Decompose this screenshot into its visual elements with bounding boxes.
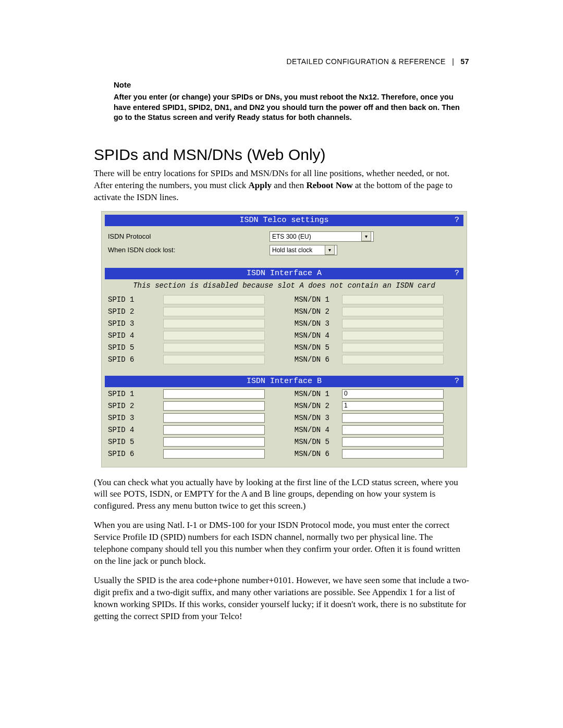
msn-dn-label: MSN/DN 1 [277, 295, 329, 304]
msn-dn-label: MSN/DN 2 [277, 307, 329, 316]
spid-input[interactable] [163, 449, 265, 459]
msn-dn-input[interactable]: 1 [342, 401, 444, 411]
clock-lost-select[interactable]: Hold last clock ▾ [270, 245, 337, 255]
telco-bar-title: ISDN Telco settings [239, 216, 328, 225]
msn-dn-input [342, 307, 444, 316]
msn-dn-input [342, 295, 444, 304]
msn-dn-input [342, 343, 444, 352]
section-heading: SPIDs and MSN/DNs (Web Only) [94, 146, 469, 164]
spid-label: SPID 1 [108, 390, 151, 398]
spid-input [163, 295, 265, 304]
spid-label: SPID 6 [108, 355, 151, 364]
spid-label: SPID 2 [108, 307, 151, 316]
spid-label: SPID 5 [108, 343, 151, 352]
spid-label: SPID 3 [108, 319, 151, 328]
isdn-protocol-value: ETS 300 (EU) [272, 232, 311, 241]
chevron-down-icon: ▾ [325, 245, 335, 255]
msn-dn-input [342, 319, 444, 328]
telco-settings-bar: ISDN Telco settings ? [105, 215, 463, 226]
msn-dn-label: MSN/DN 3 [277, 319, 329, 328]
chevron-down-icon: ▾ [361, 231, 371, 241]
note-block: Note After you enter (or change) your SP… [94, 80, 469, 123]
msn-dn-label: MSN/DN 4 [277, 426, 329, 434]
interface-a-bar: ISDN Interface A ? [105, 268, 463, 279]
spid-input[interactable] [163, 413, 265, 423]
spid-input [163, 307, 265, 316]
lcd-check-paragraph: (You can check what you actually have by… [94, 477, 469, 513]
msn-dn-input [342, 355, 444, 364]
msn-dn-input[interactable] [342, 425, 444, 435]
spid-label: SPID 2 [108, 402, 151, 410]
interface-b-grid: SPID 1MSN/DN 10SPID 2MSN/DN 21SPID 3MSN/… [102, 387, 467, 467]
note-body: After you enter (or change) your SPIDs o… [114, 92, 469, 123]
help-icon[interactable]: ? [455, 268, 459, 279]
running-header: DETAILED CONFIGURATION & REFERENCE | 57 [94, 57, 469, 66]
page-number: 57 [461, 57, 469, 66]
msn-dn-input[interactable] [342, 413, 444, 423]
msn-dn-input [342, 331, 444, 340]
msn-dn-label: MSN/DN 1 [277, 390, 329, 398]
msn-dn-input[interactable]: 0 [342, 389, 444, 399]
isdn-settings-panel: ISDN Telco settings ? ISDN Protocol ETS … [101, 211, 467, 467]
spid-input[interactable] [163, 437, 265, 447]
spid-label: SPID 4 [108, 426, 151, 434]
ifa-bar-title: ISDN Interface A [247, 269, 322, 278]
intro-apply: Apply [248, 180, 271, 190]
msn-dn-label: MSN/DN 5 [277, 438, 329, 446]
spid-label: SPID 5 [108, 438, 151, 446]
msn-dn-label: MSN/DN 6 [277, 355, 329, 364]
spid-label: SPID 4 [108, 331, 151, 340]
msn-dn-label: MSN/DN 2 [277, 402, 329, 410]
header-sep: | [452, 57, 454, 66]
spid-label: SPID 1 [108, 295, 151, 304]
header-title: DETAILED CONFIGURATION & REFERENCE [286, 57, 445, 66]
note-label: Note [114, 80, 469, 89]
msn-dn-label: MSN/DN 4 [277, 331, 329, 340]
ifa-disabled-message: This section is disabled because slot A … [102, 279, 467, 293]
spid-input [163, 343, 265, 352]
intro-reboot: Reboot Now [306, 180, 352, 190]
spid-input [163, 331, 265, 340]
isdn-protocol-label: ISDN Protocol [108, 232, 270, 240]
help-icon[interactable]: ? [455, 376, 459, 387]
interface-b-bar: ISDN Interface B ? [105, 376, 463, 387]
intro-paragraph: There will be entry locations for SPIDs … [94, 168, 469, 204]
spid-input[interactable] [163, 401, 265, 411]
spid-input [163, 319, 265, 328]
msn-dn-label: MSN/DN 6 [277, 450, 329, 458]
msn-dn-label: MSN/DN 3 [277, 414, 329, 422]
isdn-protocol-select[interactable]: ETS 300 (EU) ▾ [270, 231, 374, 242]
ifb-bar-title: ISDN Interface B [247, 377, 322, 386]
clock-lost-label: When ISDN clock lost: [108, 246, 270, 254]
help-icon[interactable]: ? [455, 215, 459, 226]
spid-label: SPID 3 [108, 414, 151, 422]
interface-a-grid: SPID 1MSN/DN 1SPID 2MSN/DN 2SPID 3MSN/DN… [102, 293, 467, 373]
spid-label: SPID 6 [108, 450, 151, 458]
spid-input [163, 355, 265, 364]
msn-dn-input[interactable] [342, 437, 444, 447]
spid-paragraph-1: When you are using Natl. I-1 or DMS-100 … [94, 520, 469, 567]
spid-input[interactable] [163, 425, 265, 435]
clock-lost-value: Hold last clock [272, 245, 312, 255]
intro-mid: and then [272, 180, 307, 190]
spid-paragraph-2: Usually the SPID is the area code+phone … [94, 575, 469, 623]
spid-input[interactable] [163, 389, 265, 399]
msn-dn-input[interactable] [342, 449, 444, 459]
msn-dn-label: MSN/DN 5 [277, 343, 329, 352]
